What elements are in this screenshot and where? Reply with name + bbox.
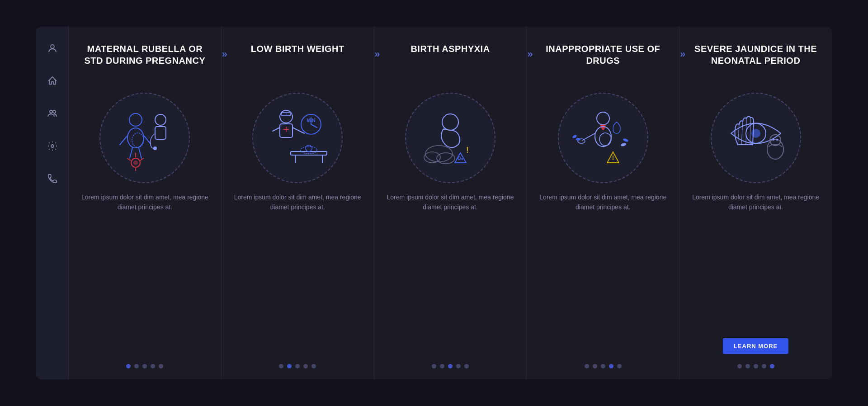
card-3-title: BIRTH ASPHYXIA [410, 43, 490, 84]
cards-container: MATERNAL RUBELLA OR STD DURING PREGNANCY… [69, 27, 832, 379]
dot-4-5[interactable] [617, 364, 622, 368]
svg-point-20 [280, 110, 292, 123]
learn-more-button[interactable]: LEARN MORE [723, 338, 788, 354]
card-5-title: SEVERE JAUNDICE IN THE NEONATAL PERIOD [690, 43, 821, 84]
card-3-dots [432, 364, 469, 368]
svg-point-3 [51, 145, 54, 147]
card-1-dots [126, 364, 163, 368]
svg-line-17 [127, 158, 131, 161]
card-2-title: LOW BIRTH WEIGHT [251, 43, 344, 84]
dot-1-3[interactable] [142, 364, 147, 368]
dot-5-5[interactable] [770, 364, 774, 368]
dot-2-2[interactable] [287, 364, 292, 368]
svg-rect-12 [155, 127, 166, 139]
sidebar [36, 27, 69, 379]
svg-line-30 [311, 124, 317, 127]
svg-point-34 [301, 146, 317, 154]
svg-line-25 [273, 127, 280, 131]
svg-point-45 [599, 133, 611, 146]
svg-text:!: ! [466, 146, 469, 155]
card-5-illustration [711, 93, 801, 183]
svg-line-16 [140, 158, 144, 161]
svg-point-56 [767, 139, 783, 159]
dot-1-4[interactable] [151, 364, 155, 368]
card-3-description: Lorem ipsum dolor sit dim amet, mea regi… [385, 192, 516, 357]
arrow-4-icon: » [680, 48, 685, 60]
card-4-illustration: ! [558, 93, 648, 183]
arrow-1-icon: » [222, 48, 227, 60]
card-1-description: Lorem ipsum dolor sit dim amet, mea regi… [80, 192, 210, 357]
svg-line-46 [583, 133, 595, 140]
svg-text:!: ! [612, 154, 614, 161]
svg-line-8 [144, 136, 151, 144]
card-2-illustration: MIN [252, 93, 343, 183]
svg-point-35 [306, 145, 312, 151]
card-5-dots [737, 364, 774, 368]
main-container: MATERNAL RUBELLA OR STD DURING PREGNANCY… [36, 27, 832, 379]
dot-2-5[interactable] [311, 364, 316, 368]
svg-point-11 [155, 114, 166, 125]
dot-1-2[interactable] [134, 364, 139, 368]
dot-5-2[interactable] [745, 364, 750, 368]
svg-line-26 [292, 127, 304, 133]
arrow-3-icon: » [527, 48, 533, 60]
dot-4-4[interactable] [609, 364, 613, 368]
svg-line-9 [130, 148, 132, 158]
dot-4-3[interactable] [601, 364, 605, 368]
phone-icon[interactable] [44, 170, 61, 187]
card-5-description: Lorem ipsum dolor sit dim amet, mea regi… [690, 192, 821, 334]
svg-point-5 [127, 128, 144, 148]
svg-point-37 [425, 146, 453, 162]
svg-point-1 [50, 110, 52, 113]
arrow-2-icon: » [374, 48, 380, 60]
svg-point-13 [153, 146, 157, 150]
dot-5-1[interactable] [737, 364, 742, 368]
home-icon[interactable] [44, 73, 61, 89]
svg-line-60 [738, 124, 739, 145]
user-icon[interactable] [44, 40, 61, 57]
card-3-illustration: O₂ ! [405, 93, 495, 183]
group-icon[interactable] [44, 105, 61, 122]
dot-5-4[interactable] [762, 364, 766, 368]
svg-line-7 [120, 136, 127, 145]
dot-4-1[interactable] [585, 364, 589, 368]
card-inappropriate-drugs: INAPPROPRIATE USE OF DRUGS » [527, 27, 679, 379]
card-4-dots [585, 364, 622, 368]
card-severe-jaundice: SEVERE JAUNDICE IN THE NEONATAL PERIOD [679, 27, 832, 379]
svg-line-63 [750, 118, 750, 145]
svg-point-2 [53, 110, 56, 113]
card-4-description: Lorem ipsum dolor sit dim amet, mea regi… [538, 192, 668, 357]
dot-2-4[interactable] [303, 364, 308, 368]
card-birth-asphyxia: BIRTH ASPHYXIA » O₂ ! [374, 27, 527, 379]
svg-point-53 [620, 143, 626, 147]
dot-1-1[interactable] [126, 364, 131, 368]
svg-point-36 [442, 114, 458, 130]
svg-rect-31 [291, 151, 327, 155]
dot-1-5[interactable] [159, 364, 163, 368]
svg-point-19 [133, 161, 138, 165]
dot-3-1[interactable] [432, 364, 436, 368]
svg-line-10 [139, 148, 142, 158]
dot-3-3[interactable] [448, 364, 453, 368]
dot-3-2[interactable] [440, 364, 444, 368]
dot-4-2[interactable] [593, 364, 597, 368]
card-2-dots [279, 364, 316, 368]
svg-point-59 [776, 139, 778, 141]
card-1-illustration [99, 93, 190, 183]
svg-line-62 [746, 118, 746, 145]
card-2-description: Lorem ipsum dolor sit dim amet, mea regi… [232, 192, 363, 357]
svg-point-49 [572, 134, 577, 139]
svg-text:O₂: O₂ [458, 156, 463, 161]
dot-3-5[interactable] [464, 364, 469, 368]
card-1-title: MATERNAL RUBELLA OR STD DURING PREGNANCY [80, 43, 210, 84]
dot-5-3[interactable] [754, 364, 758, 368]
svg-point-4 [129, 113, 142, 126]
svg-point-48 [576, 138, 580, 141]
card-low-birth-weight: LOW BIRTH WEIGHT » [222, 27, 374, 379]
dot-3-4[interactable] [456, 364, 461, 368]
card-4-title: INAPPROPRIATE USE OF DRUGS [538, 43, 668, 84]
dot-2-1[interactable] [279, 364, 283, 368]
settings-icon[interactable] [44, 138, 61, 154]
dot-2-3[interactable] [295, 364, 300, 368]
svg-line-61 [741, 121, 743, 145]
